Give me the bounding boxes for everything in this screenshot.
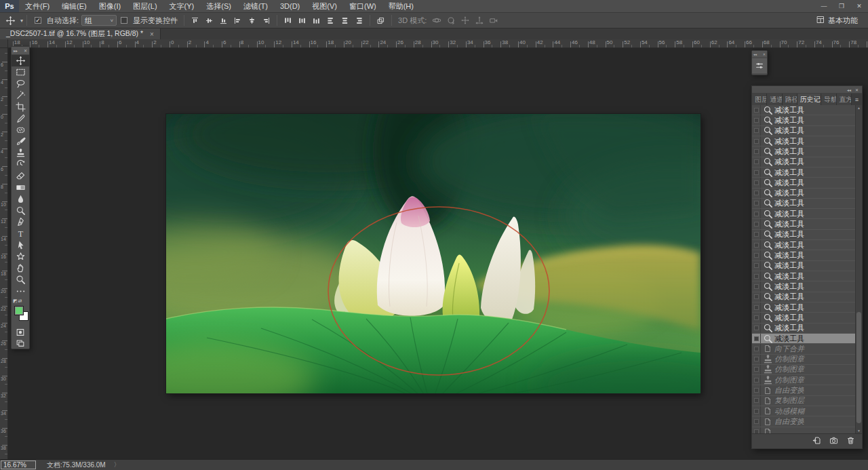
panel-tab-4[interactable]: 导航 bbox=[821, 94, 836, 105]
history-brush-source-well[interactable] bbox=[752, 416, 761, 426]
history-state-row[interactable]: 减淡工具 bbox=[752, 292, 855, 302]
dist-bottom-icon[interactable] bbox=[309, 14, 323, 26]
history-brush-source-well[interactable] bbox=[752, 271, 761, 281]
history-state-row[interactable]: 减淡工具 bbox=[752, 168, 855, 178]
history-state-row[interactable]: 向下合并 bbox=[752, 344, 855, 354]
3d-rotate-icon[interactable] bbox=[429, 14, 443, 26]
stamp-tool[interactable] bbox=[12, 147, 29, 159]
gradient-tool[interactable] bbox=[12, 182, 29, 193]
blur-tool[interactable] bbox=[12, 193, 29, 205]
history-brush-source-well[interactable] bbox=[752, 365, 761, 374]
restore-button[interactable]: ❐ bbox=[833, 0, 850, 12]
adjust-panel-icon[interactable] bbox=[752, 58, 767, 73]
history-brush-source-well[interactable] bbox=[752, 219, 761, 229]
shape-tool[interactable] bbox=[12, 251, 29, 262]
history-state-row[interactable]: 减淡工具 bbox=[752, 324, 855, 334]
dist-hcenter-icon[interactable] bbox=[338, 14, 352, 26]
history-state-row[interactable]: 自由变换 bbox=[752, 416, 855, 427]
panel-tab-5[interactable]: 直方 bbox=[837, 94, 852, 105]
history-state-row[interactable]: 仿制图章 bbox=[752, 365, 855, 375]
history-brush-source-well[interactable] bbox=[752, 375, 761, 385]
dist-left-icon[interactable] bbox=[323, 14, 338, 26]
history-state-row[interactable]: 仿制图章 bbox=[752, 355, 855, 365]
history-brush-source-well[interactable] bbox=[752, 230, 761, 239]
panel-menu-icon[interactable]: ≡ bbox=[852, 94, 862, 105]
align-vcenter-icon[interactable] bbox=[202, 14, 216, 26]
history-state-row[interactable]: 动感模糊 bbox=[752, 406, 855, 416]
history-state-row[interactable]: 减淡工具 bbox=[752, 126, 855, 136]
lasso-tool[interactable] bbox=[12, 78, 29, 90]
history-scrollbar[interactable]: ▲ ▼ bbox=[855, 105, 862, 433]
history-state-row[interactable]: 减淡工具 bbox=[752, 240, 855, 250]
menu-item-2[interactable]: 图像(I) bbox=[93, 0, 127, 12]
minimize-button[interactable]: — bbox=[815, 0, 833, 12]
history-state-row[interactable]: 减淡工具 bbox=[752, 115, 855, 125]
document-canvas[interactable] bbox=[166, 114, 701, 393]
menu-item-6[interactable]: 滤镜(T) bbox=[237, 0, 274, 12]
history-state-row[interactable]: 复制图层 bbox=[752, 396, 855, 406]
pen-tool[interactable] bbox=[12, 216, 29, 228]
scrollbar-thumb[interactable] bbox=[856, 312, 861, 424]
horizontal-ruler[interactable]: 1816141210864202468101214161820222426283… bbox=[8, 39, 868, 48]
history-brush-source-well[interactable] bbox=[752, 427, 761, 433]
history-brush-source-well[interactable] bbox=[752, 189, 761, 198]
history-brush-source-well[interactable] bbox=[752, 105, 761, 115]
history-state-row[interactable]: 减淡工具 bbox=[752, 105, 855, 115]
history-brush-source-well[interactable] bbox=[752, 168, 761, 177]
history-brush-source-well[interactable] bbox=[752, 261, 761, 271]
dist-vcenter-icon[interactable] bbox=[295, 14, 309, 26]
collapse-icon[interactable]: ◂◂ bbox=[753, 52, 757, 56]
history-brush-source-well[interactable] bbox=[752, 178, 761, 187]
history-brush-source-well[interactable] bbox=[752, 396, 761, 406]
panel-tab-2[interactable]: 路径 bbox=[783, 94, 797, 105]
history-brush-tool[interactable] bbox=[12, 159, 29, 170]
workspace-switcher[interactable]: 基本功能 bbox=[810, 16, 865, 26]
expand-panel-icon[interactable]: ▸▸ bbox=[14, 48, 18, 53]
panel-tab-1[interactable]: 通道 bbox=[767, 94, 782, 105]
ruler-corner[interactable] bbox=[0, 39, 8, 48]
screen-mode-button[interactable] bbox=[12, 338, 29, 349]
panel-tab-0[interactable]: 图层 bbox=[752, 94, 767, 105]
3d-roll-icon[interactable] bbox=[443, 14, 458, 26]
history-state-row[interactable]: 减淡工具 bbox=[752, 209, 855, 219]
dist-top-icon[interactable] bbox=[281, 14, 295, 26]
auto-select-dropdown[interactable]: 组 ˅ bbox=[81, 15, 117, 26]
menu-item-5[interactable]: 选择(S) bbox=[200, 0, 237, 12]
align-hcenter-icon[interactable] bbox=[245, 14, 259, 26]
foreground-color-swatch[interactable] bbox=[14, 306, 24, 315]
type-tool[interactable]: T bbox=[12, 228, 29, 239]
eyedropper-tool[interactable] bbox=[12, 113, 29, 124]
zoom-level-input[interactable]: 16.67% bbox=[1, 461, 36, 469]
path-select-tool[interactable] bbox=[12, 239, 29, 251]
align-right-icon[interactable] bbox=[259, 14, 273, 26]
history-state-row[interactable] bbox=[752, 427, 855, 433]
history-state-row[interactable]: 减淡工具 bbox=[752, 189, 855, 199]
align-bottom-icon[interactable] bbox=[216, 14, 231, 26]
quick-mask-button[interactable] bbox=[12, 327, 29, 338]
history-state-row[interactable]: 减淡工具 bbox=[752, 157, 855, 168]
history-brush-source-well[interactable] bbox=[752, 334, 761, 343]
ellipsis-tool[interactable] bbox=[12, 286, 29, 297]
history-state-row[interactable]: 减淡工具 bbox=[752, 334, 855, 344]
history-brush-source-well[interactable] bbox=[752, 406, 761, 416]
history-state-row[interactable]: 仿制图章 bbox=[752, 375, 855, 385]
auto-select-checkbox[interactable]: ✓ bbox=[35, 17, 41, 24]
history-state-row[interactable]: 减淡工具 bbox=[752, 219, 855, 229]
history-state-row[interactable]: 减淡工具 bbox=[752, 271, 855, 281]
menu-item-4[interactable]: 文字(Y) bbox=[163, 0, 201, 12]
eraser-tool[interactable] bbox=[12, 170, 29, 182]
history-brush-source-well[interactable] bbox=[752, 292, 761, 302]
panel-tab-3[interactable]: 历史记录 bbox=[797, 94, 822, 105]
3d-slide-icon[interactable] bbox=[472, 14, 486, 26]
swap-colors-icon[interactable]: ◩⇄ bbox=[13, 298, 22, 304]
marquee-tool[interactable] bbox=[12, 66, 29, 78]
tool-preset-caret-icon[interactable]: ▾ bbox=[20, 18, 23, 24]
move-tool[interactable] bbox=[12, 55, 29, 66]
3d-pan-icon[interactable] bbox=[458, 14, 472, 26]
new-doc-from-state-icon[interactable] bbox=[812, 436, 821, 446]
current-tool-icon[interactable] bbox=[3, 14, 18, 26]
history-brush-source-well[interactable] bbox=[752, 209, 761, 218]
menu-item-0[interactable]: 文件(F) bbox=[19, 0, 56, 12]
3d-camera-icon[interactable] bbox=[486, 14, 500, 26]
history-brush-source-well[interactable] bbox=[752, 281, 761, 291]
